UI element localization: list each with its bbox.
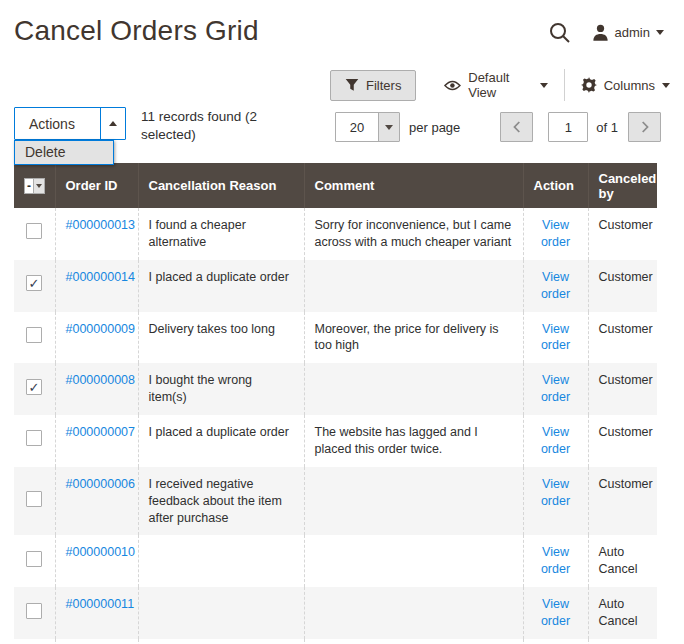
table-row: #000000011View orderAuto Cancel: [14, 587, 657, 639]
action-cell: View order: [523, 312, 588, 364]
current-page-input[interactable]: [548, 112, 588, 142]
row-checkbox[interactable]: [26, 551, 42, 567]
view-order-link[interactable]: View order: [541, 270, 570, 301]
order-id-cell: #000000007: [55, 415, 138, 467]
canceled-by-cell: Customer: [588, 208, 657, 260]
chevron-down-icon: [656, 30, 664, 35]
filter-funnel-icon: [345, 78, 359, 92]
comment-cell: [304, 260, 523, 312]
column-header-action[interactable]: Action: [523, 163, 588, 208]
user-icon: [592, 24, 609, 41]
order-id-cell: #000000014: [55, 260, 138, 312]
order-id-link[interactable]: #000000007: [66, 425, 136, 439]
actions-toggle[interactable]: [100, 108, 125, 139]
action-cell: View order: [523, 587, 588, 639]
select-all-checkbox[interactable]: -: [24, 178, 34, 194]
next-page-button[interactable]: [628, 112, 661, 142]
admin-username: admin: [615, 25, 650, 40]
canceled-by-cell: Auto Cancel: [588, 587, 657, 639]
comment-cell: [304, 363, 523, 415]
select-all-control[interactable]: -: [24, 178, 45, 194]
row-checkbox-cell: [14, 639, 55, 644]
row-checkbox[interactable]: [26, 430, 42, 446]
order-id-cell: #000000013: [55, 208, 138, 260]
total-pages-label: of 1: [596, 120, 618, 135]
cancellation-reason-cell: I found a cheaper alternative: [138, 208, 304, 260]
column-header-order-id[interactable]: Order ID: [55, 163, 138, 208]
orders-table: - Order ID Cancellation Reason Comment A…: [14, 163, 657, 644]
view-order-link[interactable]: View order: [541, 545, 570, 576]
action-cell: View order: [523, 535, 588, 587]
action-cell: View order: [523, 467, 588, 536]
cancellation-reason-cell: [138, 587, 304, 639]
header-actions: admin: [549, 22, 664, 43]
comment-cell: [304, 535, 523, 587]
per-page-select[interactable]: 20: [335, 112, 400, 142]
order-id-link[interactable]: #000000011: [66, 597, 135, 611]
row-checkbox[interactable]: [26, 275, 42, 291]
row-checkbox[interactable]: [26, 603, 42, 619]
view-order-link[interactable]: View order: [541, 597, 570, 628]
select-all-toggle[interactable]: [34, 178, 44, 194]
order-id-cell: #000000006: [55, 467, 138, 536]
default-view-dropdown[interactable]: Default View: [430, 70, 561, 101]
prev-page-button[interactable]: [500, 112, 533, 142]
order-id-link[interactable]: #000000013: [66, 218, 136, 232]
order-id-cell: #000000010: [55, 535, 138, 587]
columns-dropdown[interactable]: Columns: [567, 70, 684, 101]
canceled-by-cell: Customer: [588, 467, 657, 536]
table-row: #000000013I found a cheaper alternativeS…: [14, 208, 657, 260]
row-checkbox-cell: [14, 312, 55, 364]
search-icon[interactable]: [549, 22, 570, 43]
canceled-by-cell: Auto Cancel: [588, 639, 657, 644]
per-page-label: per page: [409, 120, 460, 135]
action-cell: View order: [523, 415, 588, 467]
view-order-link[interactable]: View order: [541, 218, 570, 249]
row-checkbox[interactable]: [26, 491, 42, 507]
column-header-comment[interactable]: Comment: [304, 163, 523, 208]
order-id-link[interactable]: #000000009: [66, 322, 136, 336]
filters-label: Filters: [366, 78, 401, 93]
row-checkbox-cell: [14, 467, 55, 536]
chevron-right-icon: [641, 121, 649, 133]
order-id-cell: #000000012: [55, 639, 138, 644]
row-checkbox-cell: [14, 535, 55, 587]
order-id-link[interactable]: #000000014: [66, 270, 136, 284]
page-title: Cancel Orders Grid: [14, 15, 259, 47]
chevron-left-icon: [513, 121, 521, 133]
comment-cell: [304, 639, 523, 644]
view-order-link[interactable]: View order: [541, 477, 570, 508]
order-id-link[interactable]: #000000006: [66, 477, 136, 491]
action-cell: View order: [523, 363, 588, 415]
table-row: #000000014I placed a duplicate orderView…: [14, 260, 657, 312]
chevron-down-icon: [540, 83, 548, 88]
cancellation-reason-cell: I placed a duplicate order: [138, 260, 304, 312]
per-page-toggle[interactable]: [378, 113, 399, 141]
order-id-link[interactable]: #000000010: [66, 545, 136, 559]
menu-item-delete[interactable]: Delete: [15, 141, 113, 164]
view-order-link[interactable]: View order: [541, 373, 570, 404]
view-order-link[interactable]: View order: [541, 322, 570, 353]
per-page-value: 20: [336, 113, 378, 141]
filters-button[interactable]: Filters: [330, 70, 416, 101]
cancellation-reason-cell: [138, 639, 304, 644]
order-id-link[interactable]: #000000008: [66, 373, 136, 387]
row-checkbox-cell: [14, 587, 55, 639]
row-checkbox[interactable]: [26, 327, 42, 343]
row-checkbox[interactable]: [26, 379, 42, 395]
cancellation-reason-cell: I bought the wrong item(s): [138, 363, 304, 415]
chevron-up-icon: [109, 121, 117, 126]
cancellation-reason-cell: [138, 535, 304, 587]
table-header-row: - Order ID Cancellation Reason Comment A…: [14, 163, 657, 208]
row-checkbox-cell: [14, 260, 55, 312]
row-checkbox[interactable]: [26, 223, 42, 239]
column-header-cancellation-reason[interactable]: Cancellation Reason: [138, 163, 304, 208]
column-header-canceled-by[interactable]: Canceled by: [588, 163, 657, 208]
grid-toolbar: Filters Default View Columns: [330, 69, 684, 101]
view-order-link[interactable]: View order: [541, 425, 570, 456]
actions-control: Actions Delete: [14, 107, 126, 140]
actions-label: Actions: [15, 108, 100, 139]
row-checkbox-cell: [14, 363, 55, 415]
admin-account-menu[interactable]: admin: [592, 24, 664, 41]
actions-button[interactable]: Actions: [14, 107, 126, 140]
